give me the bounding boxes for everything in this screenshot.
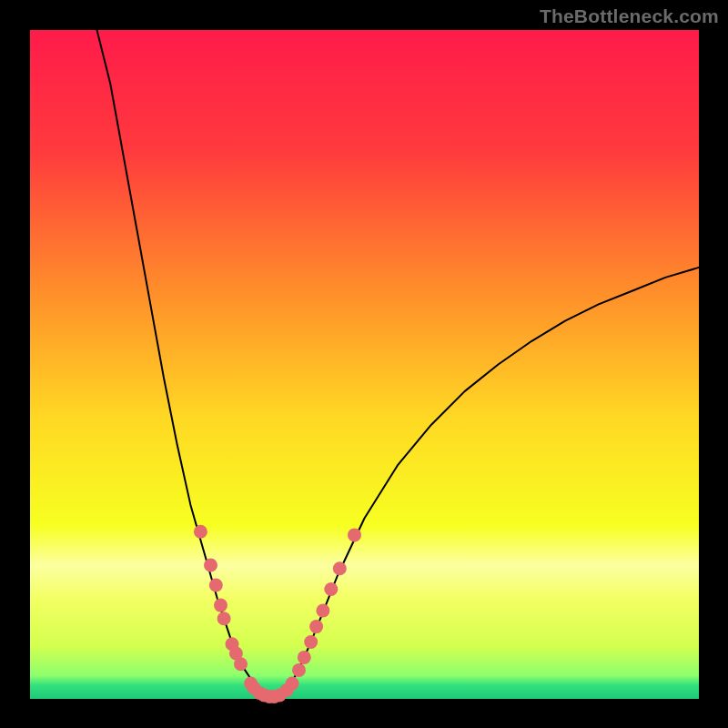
curve-marker — [309, 620, 323, 633]
curve-marker — [214, 599, 228, 612]
curve-marker — [333, 561, 347, 575]
curve-marker — [209, 579, 223, 592]
plot-background — [30, 30, 699, 699]
curve-marker — [217, 612, 231, 625]
curve-marker — [286, 677, 299, 691]
watermark-text: TheBottleneck.com — [540, 5, 719, 27]
curve-marker — [234, 657, 248, 671]
curve-marker — [348, 528, 361, 541]
curve-marker — [316, 604, 329, 618]
chart-frame: TheBottleneck.com — [0, 0, 728, 728]
curve-marker — [292, 663, 306, 677]
curve-marker — [204, 559, 217, 572]
curve-marker — [194, 525, 207, 539]
chart-svg — [0, 0, 728, 728]
curve-marker — [304, 635, 318, 649]
curve-marker — [324, 582, 338, 596]
curve-marker — [298, 651, 311, 664]
